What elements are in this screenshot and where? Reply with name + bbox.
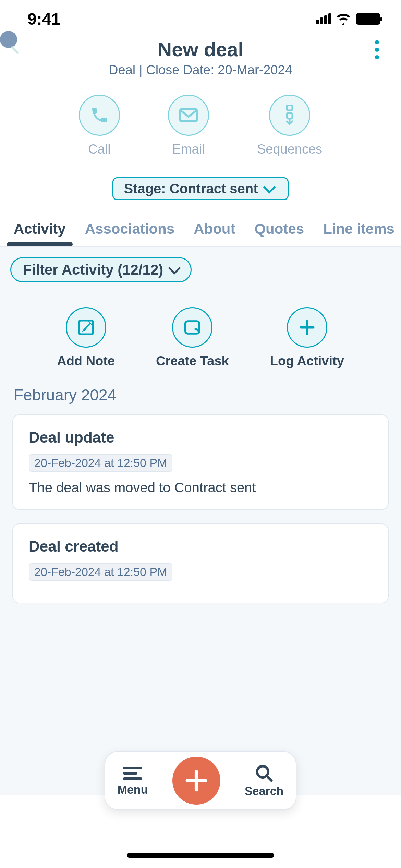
more-options-button[interactable] [367, 38, 387, 62]
add-fab-button[interactable] [172, 757, 220, 805]
email-button[interactable]: Email [168, 95, 209, 157]
search-icon[interactable] [0, 31, 24, 55]
tab-associations[interactable]: Associations [85, 221, 174, 246]
svg-rect-1 [287, 105, 292, 110]
stage-selector[interactable]: Stage: Contract sent [112, 177, 288, 200]
activity-actions-row: Add Note Create Task Log Activity [0, 293, 401, 379]
phone-icon [79, 95, 120, 136]
tab-quotes[interactable]: Quotes [254, 221, 304, 246]
status-icons [316, 13, 380, 25]
menu-icon [122, 765, 143, 782]
sequences-label: Sequences [257, 142, 322, 157]
quick-actions-row: Call Email Sequences [0, 95, 401, 157]
wifi-icon [336, 13, 351, 25]
search-icon [255, 764, 274, 783]
svg-rect-4 [185, 321, 199, 334]
menu-button[interactable]: Menu [118, 765, 148, 796]
tab-line-items[interactable]: Line items [323, 221, 394, 246]
activity-card[interactable]: Deal update 20-Feb-2024 at 12:50 PM The … [12, 414, 389, 510]
plus-icon [287, 307, 327, 348]
chevron-down-icon [168, 262, 181, 275]
tab-activity[interactable]: Activity [14, 221, 66, 246]
cellular-icon [316, 13, 331, 24]
search-button[interactable]: Search [245, 764, 283, 798]
card-timestamp: 20-Feb-2024 at 12:50 PM [29, 563, 172, 581]
activity-card[interactable]: Deal created 20-Feb-2024 at 12:50 PM [12, 523, 389, 603]
deal-header: New deal Deal | Close Date: 20-Mar-2024 [0, 38, 401, 77]
tab-about[interactable]: About [194, 221, 235, 246]
call-label: Call [88, 142, 110, 157]
home-indicator [127, 853, 274, 858]
deal-subtitle: Deal | Close Date: 20-Mar-2024 [14, 63, 387, 77]
call-button[interactable]: Call [79, 95, 120, 157]
sequences-button[interactable]: Sequences [257, 95, 322, 157]
note-icon [66, 307, 106, 348]
card-title: Deal created [29, 538, 372, 555]
create-task-label: Create Task [156, 354, 229, 369]
log-activity-label: Log Activity [270, 354, 344, 369]
sequences-icon [269, 95, 310, 136]
tabs-bar: Activity Associations About Quotes Line … [0, 210, 401, 247]
filter-activity-button[interactable]: Filter Activity (12/12) [10, 257, 192, 282]
add-note-label: Add Note [57, 354, 115, 369]
card-body: The deal was moved to Contract sent [29, 480, 372, 495]
plus-icon [184, 769, 208, 793]
page-title: New deal [14, 38, 387, 61]
status-time: 9:41 [27, 10, 60, 28]
menu-label: Menu [118, 783, 148, 796]
chevron-down-icon [263, 181, 276, 193]
card-timestamp: 20-Feb-2024 at 12:50 PM [29, 454, 172, 472]
status-bar: 9:41 [0, 0, 401, 38]
bottom-bar: Menu Search [105, 751, 296, 810]
email-icon [168, 95, 209, 136]
create-task-button[interactable]: Create Task [156, 307, 229, 369]
add-note-button[interactable]: Add Note [57, 307, 115, 369]
card-title: Deal update [29, 429, 372, 446]
email-label: Email [172, 142, 205, 157]
search-label: Search [245, 784, 283, 798]
battery-icon [356, 13, 380, 25]
task-icon [172, 307, 212, 348]
log-activity-button[interactable]: Log Activity [270, 307, 344, 369]
filter-label: Filter Activity (12/12) [23, 262, 163, 278]
stage-label: Stage: Contract sent [124, 181, 258, 196]
month-heading: February 2024 [0, 379, 401, 414]
